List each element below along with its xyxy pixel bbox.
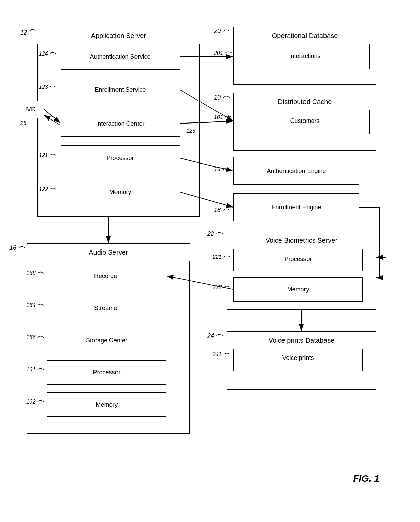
ref-121: 121 bbox=[39, 152, 58, 158]
interactions-box: Interactions bbox=[240, 43, 369, 69]
ref-16: 16 bbox=[9, 244, 28, 252]
ref-125: 125 bbox=[186, 128, 195, 134]
vbs-title: Voice Biometrics Server bbox=[227, 232, 376, 249]
enrollment-engine-box: Enrollment Engine bbox=[234, 194, 359, 221]
processor-vbs-box: Processor bbox=[234, 247, 362, 271]
dist-cache-title: Distributed Cache bbox=[234, 93, 376, 110]
voice-prints-box: Voice prints bbox=[234, 345, 362, 371]
ref-161: 161 bbox=[26, 367, 46, 373]
memory-audio-box: Memory bbox=[47, 393, 166, 416]
ref-164: 164 bbox=[26, 302, 46, 308]
ref-20: 20 bbox=[214, 28, 233, 35]
svg-line-35 bbox=[44, 109, 60, 123]
interaction-center-box: Interaction Center bbox=[61, 111, 180, 136]
app-server-title: Application Server bbox=[37, 27, 200, 44]
ref-14: 14 bbox=[214, 166, 233, 173]
ivr-box: IVR bbox=[17, 101, 44, 118]
ref-124: 124 bbox=[39, 51, 58, 57]
ref-22: 22 bbox=[207, 230, 226, 237]
ref-123: 123 bbox=[39, 84, 58, 90]
ref-222: 222 bbox=[213, 284, 233, 290]
ref-12: 12 bbox=[20, 28, 41, 36]
svg-line-31 bbox=[180, 192, 233, 207]
audio-server-title: Audio Server bbox=[27, 244, 190, 261]
ref-122: 122 bbox=[39, 186, 58, 192]
ref-168: 168 bbox=[26, 270, 46, 276]
ref-10: 10 bbox=[214, 94, 233, 101]
fig-caption: FIG. 1 bbox=[353, 473, 379, 484]
ref-18: 18 bbox=[214, 206, 233, 214]
auth-service-box: Authentication Service bbox=[61, 44, 180, 69]
memory-app-box: Memory bbox=[61, 179, 180, 205]
op-database-title: Operational Database bbox=[234, 27, 376, 44]
ref-201: 201 bbox=[214, 50, 235, 56]
ref-162: 162 bbox=[26, 399, 46, 405]
auth-engine-box: Authentication Engine bbox=[234, 157, 359, 184]
customers-box: Customers bbox=[240, 108, 369, 134]
processor-audio-box: Processor bbox=[47, 361, 166, 384]
streamer-box: Streamer bbox=[47, 296, 166, 320]
ref-241: 241 bbox=[213, 351, 233, 357]
processor-app-box: Processor bbox=[61, 146, 180, 171]
ref-166: 166 bbox=[26, 334, 46, 341]
storage-center-box: Storage Center bbox=[47, 328, 166, 352]
svg-line-36 bbox=[44, 115, 60, 125]
ref-221: 221 bbox=[213, 254, 233, 260]
svg-line-29 bbox=[180, 121, 233, 124]
diagram-container: Application Server 12 Authentication Ser… bbox=[0, 0, 420, 491]
enrollment-service-box: Enrollment Service bbox=[61, 77, 180, 103]
ref-26: 26 bbox=[20, 120, 26, 126]
recorder-box: Recorder bbox=[47, 264, 166, 288]
memory-vbs-box: Memory bbox=[234, 278, 362, 301]
ref-24: 24 bbox=[207, 332, 226, 340]
ref-101: 101 bbox=[214, 114, 235, 121]
